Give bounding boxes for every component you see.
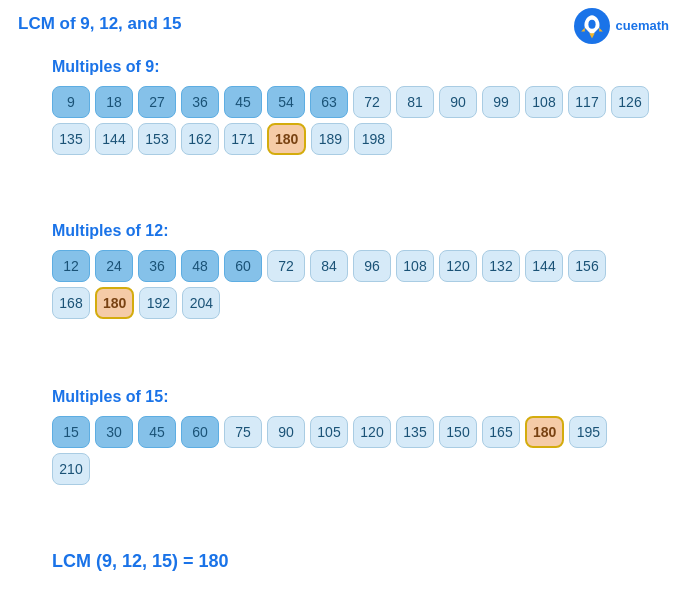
number-badge: 198 [354,123,392,155]
number-badge: 18 [95,86,133,118]
number-badge: 144 [525,250,563,282]
number-badge: 84 [310,250,348,282]
number-badge: 180 [267,123,306,155]
number-badge: 90 [267,416,305,448]
number-badge: 12 [52,250,90,282]
number-badge: 150 [439,416,477,448]
number-badge: 144 [95,123,133,155]
logo-area: cuemath [574,8,669,44]
number-badge: 108 [396,250,434,282]
number-badge: 108 [525,86,563,118]
number-badge: 192 [139,287,177,319]
number-badge: 81 [396,86,434,118]
section-12-row2: 168180192204 [52,287,606,319]
number-badge: 153 [138,123,176,155]
section-12-row1: 1224364860728496108120132144156 [52,250,606,282]
logo-text: cuemath [616,18,669,34]
number-badge: 72 [353,86,391,118]
section-9: Multiples of 9: 918273645546372819099108… [52,58,649,155]
number-badge: 135 [52,123,90,155]
number-badge: 204 [182,287,220,319]
number-badge: 99 [482,86,520,118]
number-badge: 27 [138,86,176,118]
number-badge: 189 [311,123,349,155]
number-badge: 24 [95,250,133,282]
section-12: Multiples of 12: 12243648607284961081201… [52,222,606,319]
number-badge: 165 [482,416,520,448]
number-badge: 210 [52,453,90,485]
number-badge: 90 [439,86,477,118]
section-15-row2: 210 [52,453,607,485]
number-badge: 48 [181,250,219,282]
svg-point-1 [588,20,595,29]
number-badge: 15 [52,416,90,448]
number-badge: 132 [482,250,520,282]
section-9-label: Multiples of 9: [52,58,649,76]
logo-icon [574,8,610,44]
number-badge: 120 [439,250,477,282]
number-badge: 72 [267,250,305,282]
number-badge: 30 [95,416,133,448]
number-badge: 45 [224,86,262,118]
number-badge: 96 [353,250,391,282]
number-badge: 180 [95,287,134,319]
number-badge: 54 [267,86,305,118]
number-badge: 60 [224,250,262,282]
number-badge: 45 [138,416,176,448]
number-badge: 117 [568,86,606,118]
number-badge: 105 [310,416,348,448]
number-badge: 120 [353,416,391,448]
number-badge: 180 [525,416,564,448]
number-badge: 36 [138,250,176,282]
number-badge: 36 [181,86,219,118]
section-15: Multiples of 15: 15304560759010512013515… [52,388,607,485]
lcm-result: LCM (9, 12, 15) = 180 [52,551,229,572]
section-15-row1: 153045607590105120135150165180195 [52,416,607,448]
number-badge: 126 [611,86,649,118]
number-badge: 162 [181,123,219,155]
section-12-label: Multiples of 12: [52,222,606,240]
number-badge: 63 [310,86,348,118]
number-badge: 60 [181,416,219,448]
number-badge: 156 [568,250,606,282]
number-badge: 135 [396,416,434,448]
number-badge: 9 [52,86,90,118]
section-9-row1: 918273645546372819099108117126 [52,86,649,118]
number-badge: 75 [224,416,262,448]
section-9-row2: 135144153162171180189198 [52,123,649,155]
number-badge: 171 [224,123,262,155]
page-title: LCM of 9, 12, and 15 [18,14,181,34]
number-badge: 168 [52,287,90,319]
section-15-label: Multiples of 15: [52,388,607,406]
number-badge: 195 [569,416,607,448]
